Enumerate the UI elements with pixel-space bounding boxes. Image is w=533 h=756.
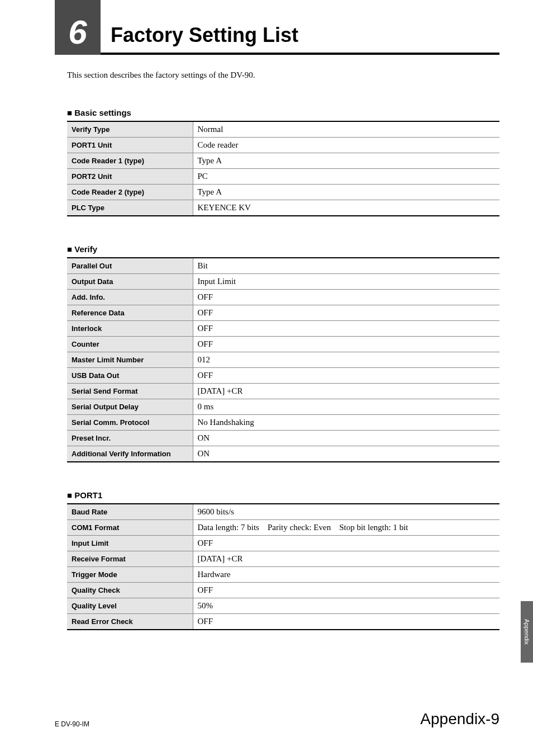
section: Basic settingsVerify TypeNormalPORT1 Uni… (67, 108, 499, 216)
setting-label: PLC Type (67, 200, 193, 216)
setting-value: 9600 bits/s (193, 504, 499, 520)
table-row: Baud Rate9600 bits/s (67, 504, 499, 520)
table-row: Output DataInput Limit (67, 274, 499, 290)
side-tab-appendix: Appendix (521, 601, 533, 663)
setting-value: Code reader (193, 138, 499, 153)
setting-label: Input Limit (67, 536, 193, 551)
setting-value: KEYENCE KV (193, 200, 499, 216)
table-row: InterlockOFF (67, 321, 499, 337)
table-row: Read Error CheckOFF (67, 614, 499, 630)
table-row: Preset Incr.ON (67, 431, 499, 446)
section: VerifyParallel OutBitOutput DataInput Li… (67, 244, 499, 462)
setting-value: Hardware (193, 567, 499, 583)
setting-label: Baud Rate (67, 504, 193, 520)
setting-value: OFF (193, 337, 499, 352)
setting-label: Code Reader 1 (type) (67, 153, 193, 169)
setting-label: Serial Comm. Protocol (67, 415, 193, 431)
setting-value: Input Limit (193, 274, 499, 290)
setting-value: Normal (193, 121, 499, 138)
table-row: CounterOFF (67, 337, 499, 352)
setting-label: Add. Info. (67, 290, 193, 305)
setting-value: ON (193, 431, 499, 446)
table-row: Serial Output Delay0 ms (67, 399, 499, 415)
table-row: USB Data OutOFF (67, 368, 499, 384)
setting-value: OFF (193, 305, 499, 321)
table-row: Receive Format[DATA] +CR (67, 551, 499, 567)
setting-label: Additional Verify Information (67, 446, 193, 462)
settings-table: Parallel OutBitOutput DataInput LimitAdd… (67, 257, 499, 462)
setting-label: Verify Type (67, 121, 193, 138)
setting-value: Type A (193, 185, 499, 200)
section: PORT1Baud Rate9600 bits/sCOM1 FormatData… (67, 490, 499, 630)
setting-label: Read Error Check (67, 614, 193, 630)
setting-value: [DATA] +CR (193, 384, 499, 399)
setting-label: Parallel Out (67, 258, 193, 274)
setting-label: Receive Format (67, 551, 193, 567)
setting-value: 50% (193, 598, 499, 614)
setting-value: PC (193, 169, 499, 185)
setting-value: Type A (193, 153, 499, 169)
table-row: Input LimitOFF (67, 536, 499, 551)
setting-label: USB Data Out (67, 368, 193, 384)
section-heading: Basic settings (67, 108, 499, 117)
setting-label: Preset Incr. (67, 431, 193, 446)
setting-value: OFF (193, 536, 499, 551)
table-row: PORT1 UnitCode reader (67, 138, 499, 153)
setting-value: OFF (193, 290, 499, 305)
table-row: Serial Send Format[DATA] +CR (67, 384, 499, 399)
section-heading: Verify (67, 244, 499, 254)
table-row: Serial Comm. ProtocolNo Handshaking (67, 415, 499, 431)
table-row: PORT2 UnitPC (67, 169, 499, 185)
setting-label: Output Data (67, 274, 193, 290)
setting-label: PORT2 Unit (67, 169, 193, 185)
setting-value: OFF (193, 583, 499, 598)
table-row: Add. Info.OFF (67, 290, 499, 305)
table-row: Additional Verify InformationON (67, 446, 499, 462)
setting-label: PORT1 Unit (67, 138, 193, 153)
setting-value: ON (193, 446, 499, 462)
table-row: Trigger ModeHardware (67, 567, 499, 583)
setting-label: Trigger Mode (67, 567, 193, 583)
setting-value: OFF (193, 614, 499, 630)
setting-value: [DATA] +CR (193, 551, 499, 567)
setting-label: Reference Data (67, 305, 193, 321)
chapter-title: Factory Setting List (111, 23, 298, 47)
setting-label: Quality Level (67, 598, 193, 614)
setting-label: Serial Output Delay (67, 399, 193, 415)
table-row: Reference DataOFF (67, 305, 499, 321)
intro-text: This section describes the factory setti… (67, 70, 499, 80)
setting-label: Quality Check (67, 583, 193, 598)
table-row: PLC TypeKEYENCE KV (67, 200, 499, 216)
setting-label: Master Limit Number (67, 352, 193, 368)
setting-value: 012 (193, 352, 499, 368)
footer: E DV-90-IM Appendix-9 (55, 710, 499, 728)
settings-table: Verify TypeNormalPORT1 UnitCode readerCo… (67, 121, 499, 216)
setting-value: OFF (193, 368, 499, 384)
table-row: Master Limit Number012 (67, 352, 499, 368)
table-row: Code Reader 2 (type)Type A (67, 185, 499, 200)
setting-label: Serial Send Format (67, 384, 193, 399)
table-row: Quality Level50% (67, 598, 499, 614)
setting-label: COM1 Format (67, 520, 193, 536)
setting-label: Interlock (67, 321, 193, 337)
footer-doc-id: E DV-90-IM (55, 720, 89, 728)
section-heading: PORT1 (67, 490, 499, 500)
chapter-header: 6 Factory Setting List (55, 0, 499, 55)
table-row: Parallel OutBit (67, 258, 499, 274)
chapter-number: 6 (55, 0, 101, 55)
table-row: Code Reader 1 (type)Type A (67, 153, 499, 169)
setting-value: No Handshaking (193, 415, 499, 431)
settings-table: Baud Rate9600 bits/sCOM1 FormatData leng… (67, 503, 499, 630)
table-row: Verify TypeNormal (67, 121, 499, 138)
setting-label: Counter (67, 337, 193, 352)
footer-page-number: Appendix-9 (420, 710, 499, 728)
table-row: Quality CheckOFF (67, 583, 499, 598)
setting-label: Code Reader 2 (type) (67, 185, 193, 200)
setting-value: 0 ms (193, 399, 499, 415)
setting-value: Bit (193, 258, 499, 274)
table-row: COM1 FormatData length: 7 bits Parity ch… (67, 520, 499, 536)
setting-value: Data length: 7 bits Parity check: Even S… (193, 520, 499, 536)
setting-value: OFF (193, 321, 499, 337)
